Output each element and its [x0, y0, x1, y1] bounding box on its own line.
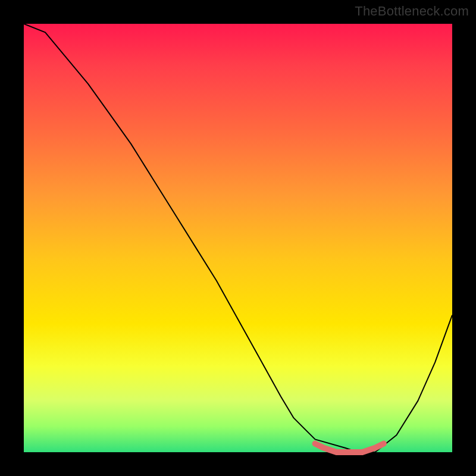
chart-svg: [24, 24, 452, 452]
watermark-text: TheBottleneck.com: [355, 4, 469, 19]
bottleneck-curve: [24, 24, 452, 452]
optimal-band: [315, 444, 384, 452]
plot-area: [24, 24, 452, 452]
chart-frame: TheBottleneck.com: [0, 0, 476, 476]
